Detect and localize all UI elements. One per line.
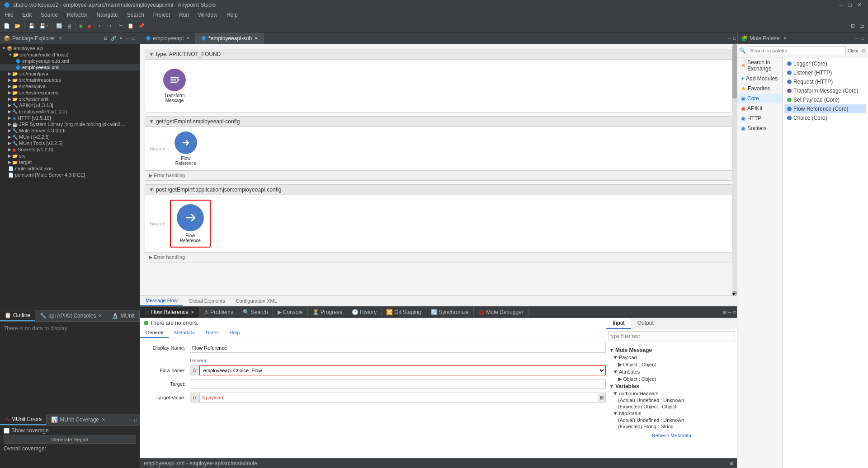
tree-item-munit[interactable]: ▶ 🔧 MUnit [v2.2.5]: [0, 134, 140, 140]
toolbar-refresh[interactable]: 🔄: [54, 21, 64, 31]
lower-panel-min[interactable]: ─: [128, 415, 133, 424]
menu-navigate[interactable]: Navigate: [94, 11, 119, 19]
tree-item-apikit[interactable]: ▶ 🔧 APIKit [v1.3.13]: [0, 102, 140, 108]
toolbar-run[interactable]: ▶: [78, 21, 85, 31]
generate-report-btn[interactable]: Generate Report: [4, 435, 136, 444]
display-name-input[interactable]: [190, 343, 606, 353]
palette-item-add-modules[interactable]: + Add Modules: [737, 74, 782, 84]
toolbar-open[interactable]: 📂: [13, 21, 23, 31]
tree-item-employeeapi-lib[interactable]: ▶ 🔧 EmployeeAPI [v1.0.0]: [0, 108, 140, 115]
employeeapi-sub-tab-close[interactable]: ✕: [255, 36, 258, 41]
toolbar-redo[interactable]: ↪: [105, 21, 113, 31]
window-close[interactable]: ✕: [854, 2, 864, 8]
palette-item-core[interactable]: ◉ Core: [737, 94, 782, 103]
bottom-tab-mule-debugger[interactable]: 🐞 Mule Debugger: [474, 307, 528, 318]
toolbar-print[interactable]: 🖨: [65, 21, 74, 31]
bottom-tab-synchronize[interactable]: 🔄 Synchronize: [426, 307, 474, 318]
show-coverage-label[interactable]: Show coverage: [4, 427, 136, 434]
palette-search-input[interactable]: [748, 46, 846, 55]
tab-munit-errors[interactable]: ⚠ MUnit Errors: [0, 414, 47, 425]
tree-item-target[interactable]: ▶ 📂 target: [0, 159, 140, 165]
munit-coverage-close[interactable]: ✕: [102, 417, 105, 422]
tab-munit-coverage[interactable]: 📊 MUnit Coverage ✕: [47, 414, 110, 425]
palette-item-search-exchange[interactable]: ✕ Search in Exchange: [737, 57, 782, 74]
flow-ref-tab-close[interactable]: ✕: [191, 310, 194, 314]
toolbar-save[interactable]: 💾: [27, 21, 37, 31]
bottom-panel-icons[interactable]: ⊞: [722, 309, 727, 315]
flow-name-dropdown[interactable]: employeeapi-Choice_Flow: [199, 365, 606, 375]
toolbar-views[interactable]: 🗂: [858, 21, 866, 31]
menu-project[interactable]: Project: [151, 11, 172, 19]
menu-edit[interactable]: Edit: [20, 11, 33, 19]
palette-clear-btn[interactable]: Clear: [848, 48, 859, 53]
menu-search[interactable]: Search: [125, 11, 146, 19]
toolbar-undo[interactable]: ↩: [97, 21, 104, 31]
menu-file[interactable]: File: [3, 11, 15, 19]
target-value-expand-btn[interactable]: ⊞: [598, 393, 606, 402]
view-menu-btn[interactable]: ▾: [119, 35, 123, 41]
palette-item-http[interactable]: ◉ HTTP: [737, 113, 782, 123]
menu-refactor[interactable]: Refactor: [65, 11, 89, 19]
menu-source[interactable]: Source: [39, 11, 60, 19]
tree-item-employeeapi[interactable]: 🔷 employeeapi.xml: [0, 64, 140, 70]
prop-nav-help[interactable]: Help: [224, 328, 245, 338]
menu-help[interactable]: Help: [225, 11, 240, 19]
maximize-btn[interactable]: □: [132, 35, 136, 41]
prop-nav-general[interactable]: General: [140, 328, 169, 338]
apikit-consoles-close[interactable]: ✕: [99, 314, 102, 318]
tree-item-munit-tools[interactable]: ▶ 🔧 MUnit Tools [v2.2.5]: [0, 140, 140, 146]
toolbar-stop[interactable]: ■: [86, 21, 93, 31]
link-editor-btn[interactable]: 🔗: [110, 35, 117, 41]
tab-apikit-consoles[interactable]: 🔧 api APIKit Consoles ✕: [35, 310, 107, 321]
palette-logger[interactable]: Logger (Core): [784, 59, 866, 68]
menu-run[interactable]: Run: [177, 11, 191, 19]
error-handling-label-2[interactable]: ▶ Error handling: [145, 170, 732, 180]
flow-node-flow-ref-3[interactable]: Flow Reference: [175, 204, 206, 243]
flow-section-header-1[interactable]: ▼ type: APIKIT:NOT_FOUND: [145, 49, 732, 60]
refresh-metadata-link[interactable]: Refresh Metadata: [650, 431, 693, 440]
tree-item-src-test-resources[interactable]: ▶ 📂 src/test/resources: [0, 89, 140, 96]
bottom-tab-git-staging[interactable]: 🔀 Git Staging: [382, 307, 426, 318]
palette-set-payload[interactable]: Set Payload (Core): [784, 95, 866, 104]
palette-listener[interactable]: Listener (HTTP): [784, 68, 866, 77]
tree-item-mule-artifact[interactable]: 📄 mule-artifact.json: [0, 165, 140, 172]
error-handling-label-3[interactable]: ▶ Error handling: [145, 252, 732, 262]
props-tab-input[interactable]: Input: [606, 318, 631, 329]
tree-item-employeeapi-sub[interactable]: 🔷 employeeapi-sub.xml: [0, 58, 140, 64]
menu-window[interactable]: Window: [196, 11, 219, 19]
toolbar-cut[interactable]: ✂: [117, 21, 125, 31]
palette-item-sockets[interactable]: ◉ Sockets: [737, 123, 782, 133]
tree-item-src-main-resources[interactable]: ▶ 📂 src/main/resources: [0, 77, 140, 83]
flow-name-fx-btn[interactable]: fx: [190, 365, 199, 375]
tree-item-src-main-mule[interactable]: ▼ 📂 src/main/mule (Flows): [0, 51, 140, 58]
window-maximize[interactable]: □: [846, 2, 854, 8]
tab-global-elements[interactable]: Global Elements: [183, 296, 231, 305]
toolbar-perspective[interactable]: ⊞: [849, 21, 857, 31]
palette-request[interactable]: Request (HTTP): [784, 77, 866, 86]
editor-area-min[interactable]: ─: [727, 35, 732, 41]
toolbar-copy[interactable]: 📋: [126, 21, 136, 31]
show-coverage-checkbox[interactable]: [4, 428, 9, 434]
tree-item-jre[interactable]: ▶ ☕ JRE System Library [org.mule.tooling…: [0, 121, 140, 127]
tree-item-pom[interactable]: 📄 pom.xml [Mule Server 4.3.0 EE]: [0, 172, 140, 178]
bottom-tab-progress[interactable]: ⏳ Progress: [308, 307, 347, 318]
panel-tab-close[interactable]: ✕: [59, 36, 62, 41]
flow-node-transform[interactable]: Transform Message: [159, 69, 190, 103]
tree-item-employee-api[interactable]: ▼ 📦 employee-api: [0, 45, 140, 51]
palette-max[interactable]: □: [860, 35, 864, 41]
canvas-scrollbar-down[interactable]: ▾: [732, 291, 737, 295]
tab-munit[interactable]: 🔬 MUnit: [107, 310, 139, 321]
flow-collapse-icon-2[interactable]: ▼: [149, 118, 154, 125]
canvas-scrollbar[interactable]: ▾: [732, 44, 737, 295]
canvas-scrollbar-thumb[interactable]: [732, 44, 737, 98]
tree-item-mule-server[interactable]: ▶ 🔧 Mule Server 4.3.0 EE: [0, 127, 140, 134]
bottom-panel-min[interactable]: ─: [727, 309, 732, 315]
flow-section-header-2[interactable]: ▼ get:\getEmpInf:employeeapi-config: [145, 117, 732, 127]
editor-tab-employeeapi-sub[interactable]: 🔷 *employeeapi-sub ✕: [196, 33, 264, 44]
editor-tab-employeeapi[interactable]: 🔷 employeeapi ✕: [140, 33, 196, 44]
palette-item-apikit[interactable]: ◉ APIKit: [737, 103, 782, 113]
flow-collapse-icon-3[interactable]: ▼: [149, 187, 154, 193]
prop-nav-metadata[interactable]: Metadata: [169, 328, 200, 338]
tab-outline[interactable]: 📋 Outline: [0, 310, 35, 321]
flow-node-flow-ref-3-selected[interactable]: Flow Reference: [170, 200, 211, 248]
